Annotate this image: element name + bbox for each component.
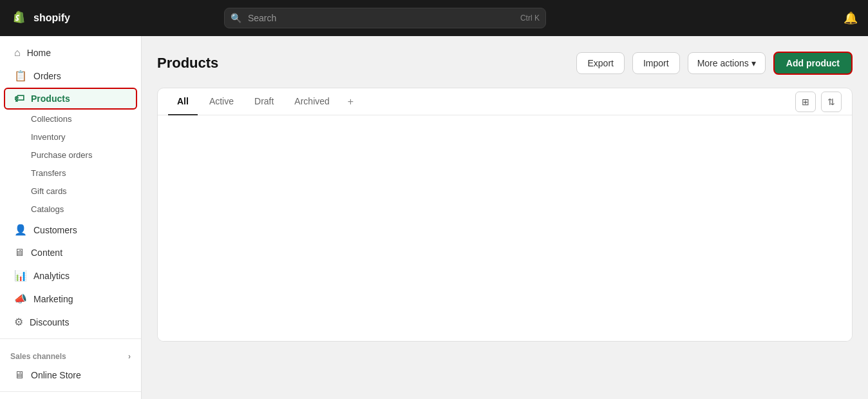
sidebar-sub-item-gift-cards-label: Gift cards [31, 186, 67, 196]
sales-channels-label: Sales channels [10, 352, 66, 361]
sidebar-sub-item-inventory[interactable]: Inventory [4, 128, 137, 146]
topbar: shopify 🔍 Ctrl K 🔔 [0, 0, 868, 36]
content-icon: 🖥 [14, 247, 24, 258]
search-bar: 🔍 Ctrl K [224, 8, 546, 28]
import-button[interactable]: Import [632, 52, 680, 74]
more-actions-label: More actions [697, 58, 749, 68]
search-filter-icon: ⊞ [802, 97, 809, 107]
sidebar-item-analytics[interactable]: 📊 Analytics [4, 264, 137, 287]
sales-channels-chevron-icon: › [128, 352, 131, 361]
sidebar-sub-item-collections-label: Collections [31, 114, 72, 124]
sidebar-item-orders-label: Orders [33, 71, 61, 81]
orders-icon: 📋 [14, 70, 27, 82]
tabs-bar: All Active Draft Archived + ⊞ ⇅ [158, 88, 852, 115]
sidebar-divider-1 [0, 338, 141, 339]
sales-channels-section[interactable]: Sales channels › [0, 344, 141, 364]
discounts-icon: ⚙ [14, 316, 23, 328]
sidebar-sub-item-gift-cards[interactable]: Gift cards [4, 182, 137, 200]
sidebar-item-discounts[interactable]: ⚙ Discounts [4, 311, 137, 333]
tab-active[interactable]: Active [200, 88, 243, 115]
logo-text: shopify [33, 12, 70, 24]
sidebar-item-home[interactable]: ⌂ Home [4, 42, 137, 64]
sidebar-item-orders[interactable]: 📋 Orders [4, 64, 137, 87]
sidebar-sub-item-purchase-orders-label: Purchase orders [31, 150, 92, 160]
header-actions: Export Import More actions ▾ Add product [576, 52, 853, 75]
sidebar-item-analytics-label: Analytics [33, 271, 70, 281]
add-product-button[interactable]: Add product [773, 52, 853, 75]
sidebar-sub-item-catalogs-label: Catalogs [31, 204, 64, 214]
sidebar-item-content[interactable]: 🖥 Content [4, 242, 137, 264]
search-filter-button[interactable]: ⊞ [795, 92, 816, 112]
more-actions-button[interactable]: More actions ▾ [688, 52, 766, 74]
sidebar-item-customers-label: Customers [33, 225, 77, 235]
sidebar-sub-item-collections[interactable]: Collections [4, 110, 137, 128]
search-shortcut: Ctrl K [520, 14, 540, 23]
products-list-body [158, 115, 852, 341]
tab-draft[interactable]: Draft [245, 88, 283, 115]
online-store-icon: 🖥 [14, 369, 24, 381]
main-content: Products Export Import More actions ▾ Ad… [142, 36, 868, 399]
sidebar-item-discounts-label: Discounts [30, 317, 69, 327]
sidebar-item-online-store[interactable]: 🖥 Online Store [4, 364, 137, 386]
layout: ⌂ Home 📋 Orders 🏷 Products Collections I… [0, 36, 868, 399]
page-title: Products [157, 55, 218, 72]
search-input[interactable] [224, 8, 546, 28]
page-header: Products Export Import More actions ▾ Ad… [157, 52, 853, 75]
sidebar-item-products-label: Products [31, 93, 70, 104]
export-button[interactable]: Export [576, 52, 624, 74]
sidebar-item-products[interactable]: 🏷 Products [4, 88, 137, 110]
tab-all[interactable]: All [168, 88, 198, 115]
sidebar-divider-2 [0, 391, 141, 392]
marketing-icon: 📣 [14, 293, 27, 305]
sidebar-item-customers[interactable]: 👤 Customers [4, 219, 137, 241]
customers-icon: 👤 [14, 224, 27, 236]
analytics-icon: 📊 [14, 269, 27, 282]
sidebar-sub-item-catalogs[interactable]: Catalogs [4, 200, 137, 218]
more-actions-chevron-icon: ▾ [751, 58, 756, 68]
sidebar-item-marketing-label: Marketing [33, 294, 73, 304]
sidebar-sub-item-transfers-label: Transfers [31, 168, 66, 178]
sidebar-item-content-label: Content [31, 248, 62, 258]
sidebar-item-home-label: Home [27, 48, 51, 58]
sidebar-item-marketing[interactable]: 📣 Marketing [4, 287, 137, 310]
bell-icon[interactable]: 🔔 [844, 11, 858, 25]
products-content-card: All Active Draft Archived + ⊞ ⇅ [157, 88, 853, 342]
sort-icon: ⇅ [827, 97, 835, 107]
tab-archived[interactable]: Archived [285, 88, 338, 115]
sidebar-sub-item-transfers[interactable]: Transfers [4, 164, 137, 182]
sidebar-sub-item-purchase-orders[interactable]: Purchase orders [4, 146, 137, 164]
tabs-right-actions: ⊞ ⇅ [795, 92, 842, 112]
products-icon: 🏷 [14, 93, 24, 104]
topbar-right: 🔔 [844, 11, 858, 25]
search-icon: 🔍 [231, 13, 241, 23]
sidebar-item-online-store-label: Online Store [31, 370, 81, 380]
tab-add-button[interactable]: + [341, 91, 360, 113]
sort-button[interactable]: ⇅ [821, 92, 842, 112]
shopify-logo-icon [10, 9, 28, 27]
sidebar-sub-item-inventory-label: Inventory [31, 132, 65, 142]
home-icon: ⌂ [14, 47, 21, 59]
logo: shopify [10, 9, 70, 27]
sidebar: ⌂ Home 📋 Orders 🏷 Products Collections I… [0, 36, 142, 399]
